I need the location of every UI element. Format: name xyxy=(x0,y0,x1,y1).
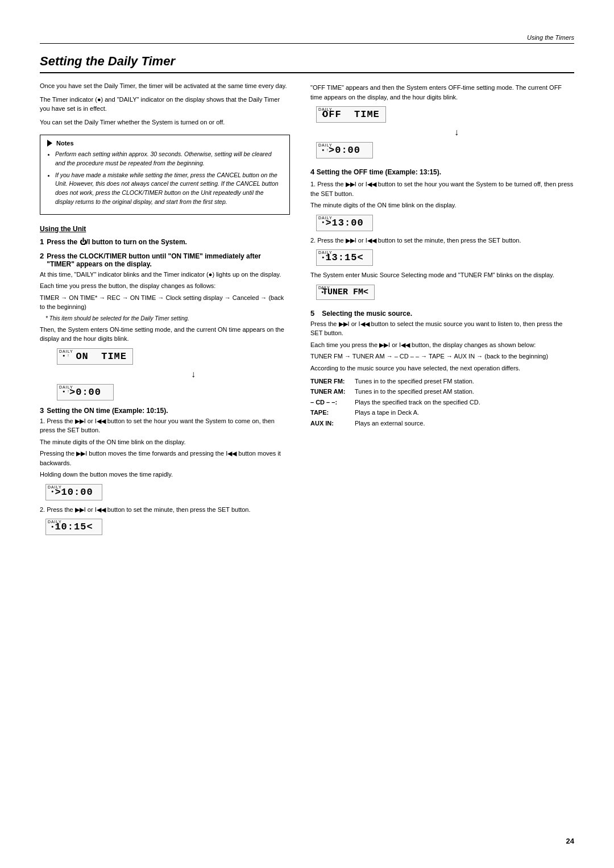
step-2-disp-row1: DAILY● ↑ ON TIME xyxy=(57,348,290,365)
src-key-4: AUX IN: xyxy=(310,419,350,428)
step-4-after: The System enter Music Source Selecting … xyxy=(310,270,574,280)
intro-p1: Once you have set the Daily Timer, the t… xyxy=(40,81,290,91)
note-item-2: If you have made a mistake while setting… xyxy=(55,171,283,207)
step-3: 3 Setting the ON time (Example: 10:15). … xyxy=(40,406,290,536)
using-unit-title: Using the Unit xyxy=(40,225,290,233)
step-2-disp2-label: DAILY● ↑ xyxy=(59,385,73,394)
step-2-body: At this time, "DAILY" indicator blinks a… xyxy=(40,270,290,344)
src-key-3: TAPE: xyxy=(310,408,350,417)
step-3-sub3-body: 2. Press the ▶▶I or I◀◀ button to set th… xyxy=(40,505,290,515)
step-2-disp1: DAILY● ↑ ON TIME xyxy=(57,348,133,365)
step-1-num: 1 xyxy=(40,237,44,246)
step-3-disp4-label: DAILY● ↑ xyxy=(318,143,333,152)
step-4-disp2-wrap: DAILY● ↑ 13:15< xyxy=(316,249,574,266)
step-3-disp1-label: DAILY● ↑ xyxy=(48,485,62,494)
source-table: TUNER FM: Tunes in to the specified pres… xyxy=(310,377,574,428)
right-column: "OFF TIME" appears and then the System e… xyxy=(310,81,574,541)
step-5-p1: Press the ▶▶I or I◀◀ button to select th… xyxy=(310,319,574,338)
step-4-disp2: DAILY● ↑ 13:15< xyxy=(316,249,373,266)
notes-box: Notes Perform each setting within approx… xyxy=(40,135,290,215)
step-4-label: Setting the OFF time (Example: 13:15). xyxy=(317,168,441,176)
step-3-sub3: 2. Press the ▶▶I or I◀◀ button to set th… xyxy=(40,505,290,515)
step-1: 1 Press the ⏻/I button to turn on the Sy… xyxy=(40,237,290,246)
step-4-heading: 4 Setting the OFF time (Example: 13:15). xyxy=(310,168,574,176)
src-val-1: Tunes in to the specified preset AM stat… xyxy=(355,387,474,396)
src-val-2: Plays the specified track on the specifi… xyxy=(355,398,480,407)
step-5-body: Press the ▶▶I or I◀◀ button to select th… xyxy=(310,319,574,373)
step-2-p2: Each time you press the button, the disp… xyxy=(40,281,290,291)
src-row-4: AUX IN: Plays an external source. xyxy=(310,419,574,428)
page-number: 24 xyxy=(566,837,574,845)
step-4: 4 Setting the OFF time (Example: 13:15).… xyxy=(310,168,574,300)
step-2-num: 2 xyxy=(40,252,44,260)
section-header-text: Using the Timers xyxy=(527,34,574,41)
main-content: Once you have set the Daily Timer, the t… xyxy=(40,81,574,541)
step-3-disp3-wrap: DAILY● ↑ OFF TIME xyxy=(316,106,574,123)
step-4-sub1: 1. Press the ▶▶I or I◀◀ button to set th… xyxy=(310,180,574,198)
step-4-disp2-label: DAILY● ↑ xyxy=(318,251,333,259)
step-2-disp-row2: DAILY● ↑ >0:00 xyxy=(57,384,290,400)
src-val-0: Tunes in to the specified preset FM stat… xyxy=(355,377,474,386)
step-5-heading: 5 Selecting the music source. xyxy=(310,309,574,318)
step-5-sequence: TUNER FM → TUNER AM → – CD – – → TAPE → … xyxy=(310,352,574,361)
src-key-1: TUNER AM: xyxy=(310,387,350,396)
step-3-num: 3 xyxy=(40,406,44,415)
notes-list: Perform each setting within approx. 30 s… xyxy=(47,150,283,207)
intro-p2: The Timer indicator (●) and "DAILY" indi… xyxy=(40,95,290,114)
step-4-disp3: DAILY● ↑ TUNER FM< xyxy=(316,285,375,300)
src-val-3: Plays a tape in Deck A. xyxy=(355,408,419,417)
step-3-disp3: DAILY● ↑ OFF TIME xyxy=(316,106,386,123)
step-3-sub1: 1. Press the ▶▶I or I◀◀ button to set th… xyxy=(40,416,290,435)
step-4-num: 4 xyxy=(310,168,314,176)
step-2-disp1-label: DAILY● ↑ xyxy=(59,349,73,358)
step-3-disp4-wrap: DAILY● ↑ >0:00 xyxy=(316,142,574,158)
step-4-disp3-wrap: DAILY● ↑ TUNER FM< xyxy=(316,285,574,300)
src-row-1: TUNER AM: Tunes in to the specified pres… xyxy=(310,387,574,396)
step-2-label: Press the CLOCK/TIMER button until "ON T… xyxy=(47,252,290,268)
step-5: 5 Selecting the music source. Press the … xyxy=(310,309,574,428)
step-2-arrow: ↓ xyxy=(51,369,290,379)
left-column: Once you have set the Daily Timer, the t… xyxy=(40,81,290,541)
step-4-disp1: DAILY● ↑ >13:00 xyxy=(316,215,373,231)
step-3-sub2b: Holding down the button moves the time r… xyxy=(40,470,290,479)
step-2-displays: DAILY● ↑ ON TIME ↓ DAILY● ↑ >0:00 xyxy=(51,348,290,400)
step-3-disp1-wrap: DAILY● ↑ >10:00 xyxy=(45,484,290,500)
step-3-after: "OFF TIME" appears and then the System e… xyxy=(310,83,574,102)
step-3-arr2: ↓ xyxy=(310,127,574,137)
step-3-disp1: DAILY● ↑ >10:00 xyxy=(45,484,102,500)
step-3-heading: 3 Setting the ON time (Example: 10:15). xyxy=(40,406,290,415)
step-3-body: 1. Press the ▶▶I or I◀◀ button to set th… xyxy=(40,416,290,479)
step-2-p3: Then, the System enters ON-time setting … xyxy=(40,325,290,344)
step-3-disp2-wrap: DAILY● ↑ 10:15< xyxy=(45,519,290,535)
page-title: Setting the Daily Timer xyxy=(40,54,574,73)
src-key-0: TUNER FM: xyxy=(310,377,350,386)
step-3-disp2: DAILY● ↑ 10:15< xyxy=(45,519,102,535)
step-2-heading: 2 Press the CLOCK/TIMER button until "ON… xyxy=(40,252,290,268)
step-1-label: Press the ⏻/I button to turn on the Syst… xyxy=(47,238,187,246)
step-3-label: Setting the ON time (Example: 10:15). xyxy=(47,407,168,415)
step-2-disp2: DAILY● ↑ >0:00 xyxy=(57,384,114,400)
step-3-disp4: DAILY● ↑ >0:00 xyxy=(316,142,373,158)
src-row-0: TUNER FM: Tunes in to the specified pres… xyxy=(310,377,574,386)
step-2-note: * This item should be selected for the D… xyxy=(45,314,290,323)
step-5-label: Selecting the music source. xyxy=(322,310,412,318)
step-2-p1: At this time, "DAILY" indicator blinks a… xyxy=(40,270,290,279)
step-3-disp2-label: DAILY● ↑ xyxy=(48,520,62,528)
src-key-2: – CD – –: xyxy=(310,398,350,407)
src-row-2: – CD – –: Plays the specified track on t… xyxy=(310,398,574,407)
step-2-sequence: TIMER → ON TIME* → REC → ON TIME → Clock… xyxy=(40,293,290,312)
step-4-disp1-wrap: DAILY● ↑ >13:00 xyxy=(316,215,574,231)
step-1-heading: 1 Press the ⏻/I button to turn on the Sy… xyxy=(40,237,290,246)
step-4-body: 1. Press the ▶▶I or I◀◀ button to set th… xyxy=(310,180,574,210)
step-4-sub1b: The minute digits of the ON time blink o… xyxy=(310,201,574,210)
step-3-sub2a: Pressing the ▶▶I button moves the time f… xyxy=(40,449,290,468)
step-4-sub2: 2. Press the ▶▶I or I◀◀ button to set th… xyxy=(310,236,574,245)
step-3-disp3-label: DAILY● ↑ xyxy=(318,107,333,116)
src-val-4: Plays an external source. xyxy=(355,419,425,428)
step-5-num: 5 xyxy=(310,309,314,318)
note-item-1: Perform each setting within approx. 30 s… xyxy=(55,150,283,168)
step-4-sub2-body: 2. Press the ▶▶I or I◀◀ button to set th… xyxy=(310,236,574,245)
step-4-after-body: The System enter Music Source Selecting … xyxy=(310,270,574,280)
step-5-p2: Each time you press the ▶▶I or I◀◀ butto… xyxy=(310,340,574,350)
page: Using the Timers Setting the Daily Timer… xyxy=(0,0,614,868)
